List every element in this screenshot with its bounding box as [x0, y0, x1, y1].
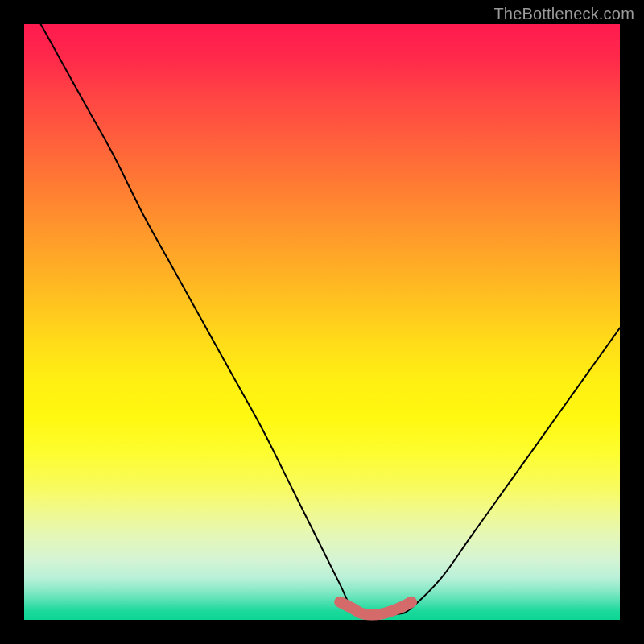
optimal-band-path	[340, 602, 411, 615]
bottleneck-plot	[24, 24, 620, 620]
bottleneck-curve-path	[24, 0, 620, 614]
attribution-text: TheBottleneck.com	[493, 5, 634, 23]
bottleneck-curve-svg	[24, 24, 620, 620]
